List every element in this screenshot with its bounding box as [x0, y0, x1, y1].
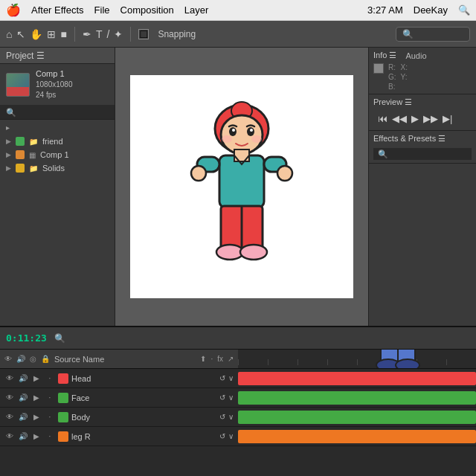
project-item-friend[interactable]: ▶ 📁 friend: [0, 135, 115, 148]
project-item-color-solids: [16, 164, 25, 173]
tl-lock-icon[interactable]: 🔒: [41, 355, 50, 363]
ruler-mark: [298, 359, 327, 365]
tl-bar-area-body: [238, 408, 476, 426]
tl-cycle-body[interactable]: ↺: [219, 413, 225, 421]
svg-point-6: [250, 129, 253, 132]
timeline-left-columns: 👁 🔊 ◎ 🔒 Source Name ⬆ · fx ↗: [0, 350, 238, 368]
composition-canvas: [130, 75, 353, 298]
transform-icon[interactable]: ⊞: [47, 28, 56, 40]
tl-chevron-head[interactable]: ∨: [228, 374, 234, 382]
tl-eye-head[interactable]: 👁: [4, 374, 15, 382]
tl-audio-legr[interactable]: 🔊: [18, 432, 28, 440]
toolbar: ⌂ ↖ ✋ ⊞ ■ ✒ T / ✦ □ Snapping: [0, 21, 476, 48]
tl-layer-name-face: Face: [71, 393, 216, 402]
tl-lock-body[interactable]: ·: [45, 413, 55, 421]
snap-box[interactable]: □: [138, 29, 149, 39]
comp-name: Comp 1: [36, 68, 73, 80]
pen-icon[interactable]: ✒: [83, 28, 91, 40]
comp-fps: 24 fps: [36, 90, 73, 100]
tl-audio-head[interactable]: 🔊: [18, 374, 28, 382]
tl-solo-icon[interactable]: ◎: [30, 355, 36, 363]
apple-menu[interactable]: 🍎: [6, 3, 21, 17]
comp-size: 1080x1080: [36, 80, 73, 90]
preview-rewind[interactable]: ◀◀: [392, 113, 407, 124]
shape-icon[interactable]: ■: [60, 28, 66, 40]
tl-chevron-body[interactable]: ∨: [228, 413, 234, 421]
text-icon[interactable]: T: [96, 28, 103, 40]
tl-bar-area-face: [238, 388, 476, 407]
menu-file[interactable]: File: [94, 4, 110, 16]
b-label: B:: [388, 83, 395, 91]
tl-motion-icon[interactable]: ↗: [228, 355, 234, 363]
tl-parent-icon[interactable]: ⬆: [200, 355, 206, 363]
timeline: 0:11:23 🔍 👁 🔊 ◎ 🔒 Source Name ⬆ · fx ↗: [0, 326, 476, 476]
brush-icon[interactable]: /: [107, 28, 110, 40]
character-illustration: [182, 90, 301, 283]
preview-section: Preview ☰ ⏮ ◀◀ ▶ ▶▶ ▶|: [369, 94, 476, 131]
preview-play[interactable]: ▶: [411, 113, 419, 124]
info-audio-tab[interactable]: Audio: [405, 51, 426, 60]
effects-search-input[interactable]: [373, 148, 472, 160]
tl-fx-label[interactable]: fx: [217, 355, 223, 363]
svg-point-8: [251, 135, 262, 143]
tl-eye-body[interactable]: 👁: [4, 413, 15, 421]
tl-audio-icon[interactable]: 🔊: [16, 355, 25, 363]
stamp-icon[interactable]: ✦: [114, 28, 123, 40]
preview-go-start[interactable]: ⏮: [378, 113, 387, 124]
project-item-solids[interactable]: ▶ 📁 Solids: [0, 161, 115, 175]
timeline-row-body: 👁 🔊 ▶ · Body ↺ ∨: [0, 408, 476, 427]
menu-bar: 🍎 After Effects File Composition Layer 3…: [0, 0, 476, 21]
tl-bar-face: [238, 391, 476, 405]
toolbar-separator-2: [130, 27, 131, 42]
menu-composition[interactable]: Composition: [120, 4, 174, 16]
toolbar-search-input[interactable]: [396, 27, 470, 42]
project-search-input[interactable]: [0, 106, 115, 120]
tl-chevron-legr[interactable]: ∨: [228, 432, 234, 440]
tl-cycle-face[interactable]: ↺: [219, 393, 225, 402]
tl-chevron-face[interactable]: ∨: [228, 393, 234, 402]
color-swatch[interactable]: [373, 63, 384, 74]
tl-lock-legr[interactable]: ·: [45, 432, 55, 440]
tl-cycle-head[interactable]: ↺: [219, 374, 225, 382]
info-header: Info ☰: [373, 51, 396, 60]
tl-eye-legr[interactable]: 👁: [4, 432, 15, 440]
svg-point-2: [221, 115, 263, 154]
menu-search-icon[interactable]: 🔍: [458, 4, 470, 16]
tl-audio-face[interactable]: 🔊: [18, 393, 28, 402]
preview-go-end[interactable]: ▶|: [443, 113, 452, 124]
tl-arrow-body[interactable]: ▶: [31, 413, 42, 421]
hand-icon[interactable]: ✋: [30, 28, 42, 40]
project-item-icon-folder-solids: 📁: [29, 164, 38, 173]
svg-point-13: [191, 166, 206, 181]
home-icon[interactable]: ⌂: [6, 28, 12, 40]
svg-point-3: [229, 127, 237, 136]
main-container: Project ☰ Comp 1 1080x1080 24 fps ▸ ▶ 📁 …: [0, 48, 476, 326]
comp-thumbnail-row[interactable]: Comp 1 1080x1080 24 fps: [0, 64, 115, 106]
tl-lock-face[interactable]: ·: [45, 393, 55, 402]
tl-lock-head[interactable]: ·: [45, 374, 55, 382]
svg-point-5: [232, 129, 235, 132]
preview-forward[interactable]: ▶▶: [423, 113, 438, 124]
info-section: Info ☰ Audio R: X: G: Y: B:: [369, 48, 476, 94]
tl-layer-name-legr: leg R: [71, 432, 216, 441]
cursor-icon[interactable]: ↖: [16, 28, 25, 40]
menu-layer[interactable]: Layer: [184, 4, 209, 16]
project-item-arrow: ▶: [6, 138, 11, 145]
ruler-mark: [238, 359, 268, 365]
timeline-search-icon[interactable]: 🔍: [54, 333, 65, 344]
menu-user: DeeKay: [414, 4, 448, 16]
tl-eye-icon[interactable]: 👁: [4, 355, 12, 363]
tl-eye-face[interactable]: 👁: [4, 393, 15, 402]
tl-controls-head: ↺ ∨: [219, 374, 234, 382]
tl-bar-body: [238, 411, 476, 424]
tl-color-body: [58, 412, 68, 422]
project-item-label-solids: Solids: [42, 164, 65, 173]
project-item-comp1[interactable]: ▶ ▦ Comp 1: [0, 148, 115, 161]
tl-audio-body[interactable]: 🔊: [18, 413, 28, 421]
tl-arrow-face[interactable]: ▶: [31, 393, 42, 402]
tl-layer-name-head: Head: [71, 374, 216, 383]
tl-cycle-legr[interactable]: ↺: [219, 432, 225, 440]
tl-arrow-legr[interactable]: ▶: [31, 432, 42, 440]
tl-arrow-head[interactable]: ▶: [31, 374, 42, 382]
menu-after-effects[interactable]: After Effects: [31, 4, 84, 16]
